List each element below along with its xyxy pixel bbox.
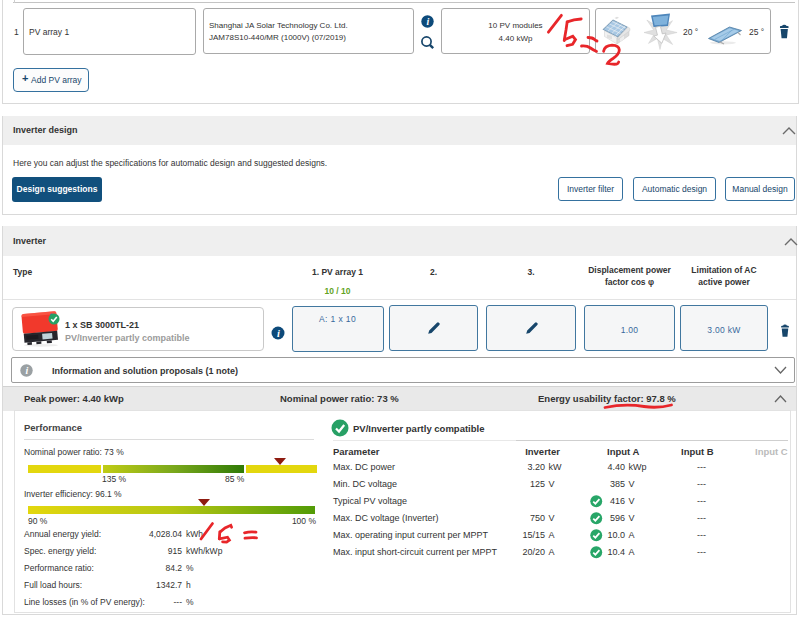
svg-text:i: i — [277, 328, 280, 339]
svg-text:i: i — [26, 365, 29, 376]
svg-text:i: i — [427, 16, 430, 27]
